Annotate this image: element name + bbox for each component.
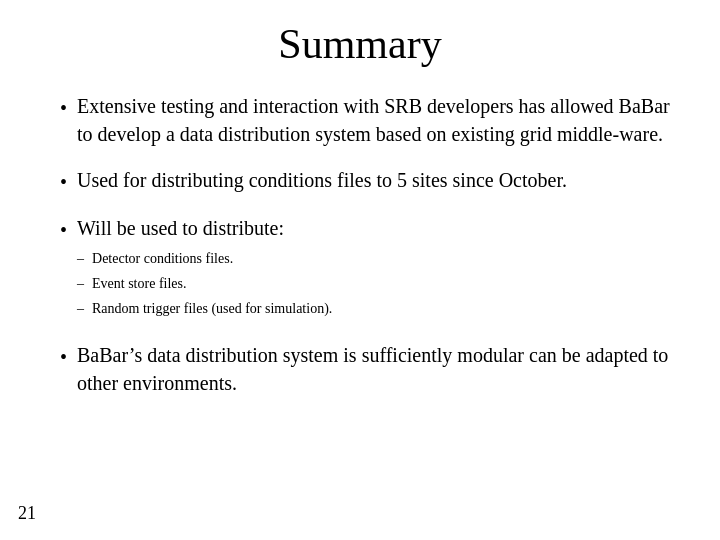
sub-bullet-text-2: Event store files.: [92, 273, 186, 294]
bullet-dot-4: •: [60, 343, 67, 371]
sub-bullet-text-1: Detector conditions files.: [92, 248, 233, 269]
slide-title: Summary: [40, 20, 680, 68]
content-area: • Extensive testing and interaction with…: [40, 92, 680, 397]
sub-bullets: – Detector conditions files. – Event sto…: [77, 248, 332, 319]
sub-bullet-text-3: Random trigger files (used for simulatio…: [92, 298, 332, 319]
page-number: 21: [18, 503, 36, 524]
bullet-item-1: • Extensive testing and interaction with…: [60, 92, 680, 148]
sub-bullet-dash-1: –: [77, 248, 84, 269]
bullet-text-3: Will be used to distribute:: [77, 217, 284, 239]
bullet-item-3: • Will be used to distribute: – Detector…: [60, 214, 680, 323]
slide: Summary • Extensive testing and interact…: [0, 0, 720, 540]
sub-bullet-item-1: – Detector conditions files.: [77, 248, 332, 269]
bullet-item-4: • BaBar’s data distribution system is su…: [60, 341, 680, 397]
bullet-text-2: Used for distributing conditions files t…: [77, 166, 567, 194]
bullet-text-4: BaBar’s data distribution system is suff…: [77, 341, 680, 397]
sub-bullet-dash-3: –: [77, 298, 84, 319]
sub-bullet-dash-2: –: [77, 273, 84, 294]
bullet-text-1: Extensive testing and interaction with S…: [77, 92, 680, 148]
bullet-dot-1: •: [60, 94, 67, 122]
bullet-item-2: • Used for distributing conditions files…: [60, 166, 680, 196]
bullet-dot-3: •: [60, 216, 67, 244]
bullet-dot-2: •: [60, 168, 67, 196]
sub-bullet-item-2: – Event store files.: [77, 273, 332, 294]
sub-bullet-item-3: – Random trigger files (used for simulat…: [77, 298, 332, 319]
